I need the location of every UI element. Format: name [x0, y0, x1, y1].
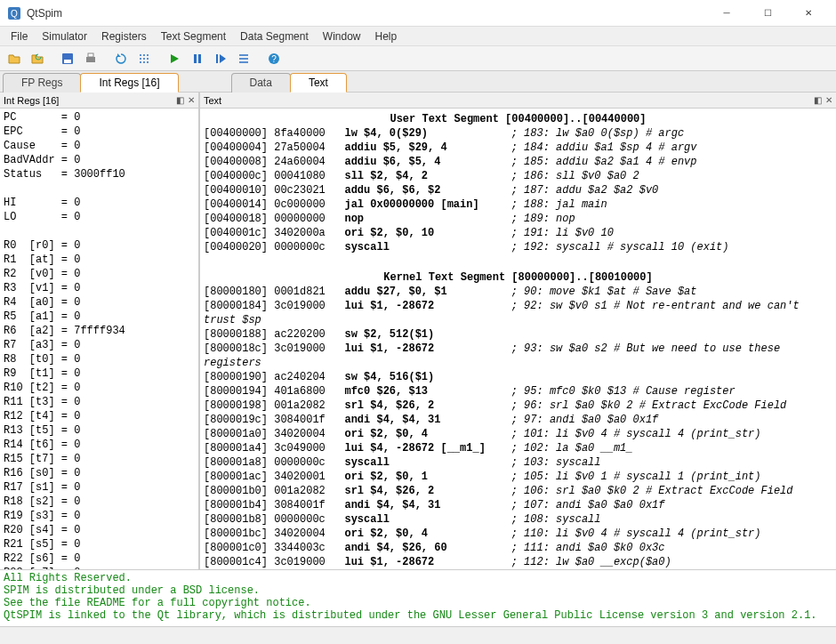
svg-rect-4: [86, 57, 95, 62]
window-title: QtSpim: [27, 7, 706, 20]
instruction-row: [8000018c] 3c019000 lui $1, -28672 ; 93:…: [204, 342, 832, 356]
svg-point-9: [140, 58, 141, 60]
text-title: Text: [204, 95, 221, 106]
refresh-icon[interactable]: [110, 48, 132, 69]
svg-point-14: [147, 61, 149, 63]
instruction-row: [0040001c] 3402000a ori $2, $0, 10 ; 191…: [204, 226, 832, 240]
svg-point-10: [143, 58, 145, 60]
list-icon[interactable]: [233, 48, 254, 69]
close-button[interactable]: ✕: [788, 0, 829, 27]
minimize-button[interactable]: ─: [706, 0, 747, 27]
console-output: All Rights Reserved. SPIM is distributed…: [0, 569, 836, 626]
text-header: Text ◧ ✕: [200, 93, 836, 109]
svg-point-7: [143, 54, 145, 56]
instruction-row: [00400000] 8fa40000 lw $4, 0($29) ; 183:…: [204, 126, 832, 141]
instruction-row: [00400020] 0000000c syscall ; 192: sysca…: [204, 240, 832, 254]
instruction-row: [800001b8] 0000000c syscall ; 108: sysca…: [204, 512, 832, 527]
instruction-row: [00400010] 00c23021 addu $6, $6, $2 ; 18…: [204, 183, 832, 197]
print-icon[interactable]: [80, 48, 101, 69]
menu-file[interactable]: File: [4, 28, 35, 44]
instruction-row: [80000194] 401a6800 mfc0 $26, $13 ; 95: …: [204, 384, 832, 398]
grid-icon[interactable]: [133, 48, 155, 69]
menu-data-segment[interactable]: Data Segment: [233, 28, 316, 44]
tab-text[interactable]: Text: [290, 73, 347, 93]
menu-help[interactable]: Help: [368, 28, 405, 44]
instruction-row: [00400018] 00000000 nop ; 189: nop: [204, 212, 832, 226]
segment-title: Kernel Text Segment [80000000]..[8001000…: [204, 269, 832, 285]
main-panes: Int Regs [16] ◧ ✕ PC = 0 EPC = 0 Cause =…: [0, 93, 836, 569]
instruction-row: [00400008] 24a60004 addiu $6, $5, 4 ; 18…: [204, 155, 832, 169]
run-icon[interactable]: [164, 48, 185, 69]
instruction-row-cont: registers: [204, 356, 832, 370]
tab-data[interactable]: Data: [231, 73, 291, 93]
instruction-row: [00400014] 0c000000 jal 0x00000000 [main…: [204, 197, 832, 212]
svg-point-12: [140, 61, 141, 63]
status-bar: [0, 626, 836, 644]
menu-window[interactable]: Window: [316, 28, 368, 44]
save-icon[interactable]: [57, 48, 78, 69]
svg-text:Q: Q: [11, 9, 18, 19]
instruction-row: [800001bc] 34020004 ori $2, $0, 4 ; 110:…: [204, 527, 832, 541]
svg-point-11: [147, 58, 149, 60]
svg-rect-15: [194, 54, 197, 63]
menu-registers[interactable]: Registers: [94, 28, 154, 44]
instruction-row: [800001ac] 34020001 ori $2, $0, 1 ; 105:…: [204, 470, 832, 484]
open-icon[interactable]: [4, 48, 25, 69]
svg-rect-17: [216, 54, 218, 63]
registers-title: Int Regs [16]: [4, 95, 59, 106]
instruction-row: [800001b0] 001a2082 srl $4, $26, 2 ; 106…: [204, 484, 832, 498]
menu-bar: File Simulator Registers Text Segment Da…: [0, 27, 836, 46]
reload-icon[interactable]: [27, 48, 48, 69]
svg-rect-5: [88, 53, 93, 57]
instruction-row: [0040000c] 00041080 sll $2, $4, 2 ; 186:…: [204, 169, 832, 183]
registers-scroll[interactable]: PC = 0 EPC = 0 Cause = 0 BadVAddr = 0 St…: [0, 109, 198, 569]
instruction-row: [80000180] 0001d821 addu $27, $0, $1 ; 9…: [204, 285, 832, 299]
svg-point-13: [143, 61, 145, 63]
text-pane: Text ◧ ✕ User Text Segment [00400000]..[…: [199, 93, 836, 569]
instruction-row: [800001a4] 3c049000 lui $4, -28672 [__m1…: [204, 441, 832, 455]
svg-text:?: ?: [271, 54, 277, 64]
instruction-row: [80000190] ac240204 sw $4, 516($1): [204, 370, 832, 384]
instruction-row: [800001a8] 0000000c syscall ; 103: sysca…: [204, 455, 832, 470]
instruction-row: [800001b4] 3084001f andi $4, $4, 31 ; 10…: [204, 498, 832, 512]
registers-pane: Int Regs [16] ◧ ✕ PC = 0 EPC = 0 Cause =…: [0, 93, 199, 569]
text-content: User Text Segment [00400000]..[00440000]…: [200, 109, 836, 569]
menu-simulator[interactable]: Simulator: [35, 28, 94, 44]
instruction-row: [00400004] 27a50004 addiu $5, $29, 4 ; 1…: [204, 141, 832, 155]
tab-row: FP Regs Int Regs [16] Data Text: [0, 71, 836, 93]
svg-rect-3: [64, 60, 71, 63]
instruction-row: [800001c0] 3344003c andi $4, $26, 60 ; 1…: [204, 541, 832, 555]
tab-fp-regs[interactable]: FP Regs: [3, 73, 81, 93]
segment-title: User Text Segment [00400000]..[00440000]: [204, 110, 832, 126]
instruction-row: [800001a0] 34020004 ori $2, $0, 4 ; 101:…: [204, 427, 832, 441]
app-icon: Q: [7, 6, 21, 20]
registers-header: Int Regs [16] ◧ ✕: [0, 93, 198, 109]
instruction-row: [8000019c] 3084001f andi $4, $4, 31 ; 97…: [204, 413, 832, 427]
text-scroll[interactable]: User Text Segment [00400000]..[00440000]…: [200, 109, 836, 569]
instruction-row: [80000198] 001a2082 srl $4, $26, 2 ; 96:…: [204, 398, 832, 413]
step-icon[interactable]: [210, 48, 231, 69]
title-bar: Q QtSpim ─ ☐ ✕: [0, 0, 836, 27]
menu-text-segment[interactable]: Text Segment: [154, 28, 233, 44]
toolbar: ?: [0, 46, 836, 71]
instruction-row-cont: trust $sp: [204, 313, 832, 327]
svg-point-6: [140, 54, 141, 56]
pause-icon[interactable]: [187, 48, 208, 69]
instruction-row: [80000184] 3c019000 lui $1, -28672 ; 92:…: [204, 299, 832, 313]
svg-rect-16: [198, 54, 201, 63]
tab-int-regs[interactable]: Int Regs [16]: [80, 73, 178, 93]
instruction-row: [800001c4] 3c019000 lui $1, -28672 ; 112…: [204, 555, 832, 569]
dock-close-icon[interactable]: ✕: [825, 95, 832, 105]
svg-point-8: [147, 54, 149, 56]
maximize-button[interactable]: ☐: [747, 0, 788, 27]
dock-close-icon[interactable]: ✕: [188, 95, 195, 105]
dock-float-icon[interactable]: ◧: [176, 95, 184, 105]
help-icon[interactable]: ?: [263, 48, 285, 69]
registers-content: PC = 0 EPC = 0 Cause = 0 BadVAddr = 0 St…: [0, 109, 198, 569]
instruction-row: [80000188] ac220200 sw $2, 512($1): [204, 327, 832, 342]
dock-float-icon[interactable]: ◧: [814, 95, 822, 105]
